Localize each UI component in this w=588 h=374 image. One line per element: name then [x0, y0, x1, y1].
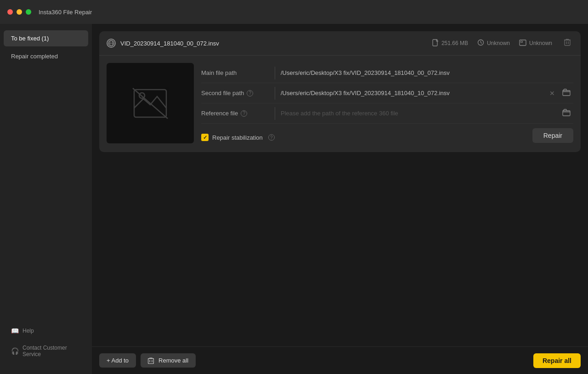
- reference-file-row: Reference file ?: [201, 103, 573, 124]
- second-file-path-input[interactable]: [281, 90, 545, 96]
- second-file-path-help-icon[interactable]: ?: [247, 90, 253, 96]
- file-size-meta: 251.66 MB: [432, 39, 468, 48]
- svg-rect-18: [148, 359, 154, 364]
- reference-file-label: Reference file ?: [201, 110, 275, 117]
- file-thumbnail: [107, 63, 194, 143]
- file-card-body: Main file path /Users/eric/Desktop/X3 fi…: [99, 56, 581, 152]
- main-content: VID_20230914_181040_00_072.insv 251.66 M…: [92, 24, 588, 374]
- resolution-meta: Unknown: [519, 40, 552, 47]
- sidebar-item-contact[interactable]: 🎧 Contact Customer Service: [4, 340, 88, 362]
- stabilization-label: Repair stabilization: [212, 134, 263, 141]
- field-divider-3: [275, 107, 275, 120]
- help-icon: 📖: [11, 327, 19, 334]
- stabilization-row: ✓ Repair stabilization ?: [201, 128, 275, 143]
- svg-rect-8: [520, 41, 522, 42]
- file-fields: Main file path /Users/eric/Desktop/X3 fi…: [201, 56, 581, 152]
- resolution-icon: [519, 40, 526, 47]
- sidebar: To be fixed (1) Repair completed 📖 Help …: [0, 24, 92, 374]
- stabilization-help-icon[interactable]: ?: [268, 134, 275, 141]
- reference-file-browse-button[interactable]: [560, 108, 573, 119]
- file-meta: 251.66 MB Unknown: [432, 38, 573, 49]
- bottom-bar: + Add to Remove all Repair all: [92, 346, 588, 374]
- bottom-row: ✓ Repair stabilization ? Repair: [201, 124, 573, 145]
- reference-file-input[interactable]: [281, 110, 557, 117]
- minimize-button[interactable]: [17, 9, 22, 15]
- resolution-value: Unknown: [529, 40, 552, 46]
- svg-rect-16: [563, 91, 570, 96]
- field-divider: [275, 67, 275, 79]
- globe-icon: [107, 39, 116, 48]
- sidebar-item-repair-completed[interactable]: Repair completed: [4, 48, 88, 64]
- field-divider-2: [275, 87, 275, 100]
- svg-rect-9: [565, 40, 570, 45]
- sidebar-item-to-be-fixed[interactable]: To be fixed (1): [4, 30, 88, 46]
- repair-button[interactable]: Repair: [532, 128, 573, 143]
- svg-rect-17: [563, 111, 570, 116]
- second-file-path-row: Second file path ? ✕: [201, 83, 573, 103]
- reference-file-help-icon[interactable]: ?: [241, 110, 247, 117]
- sidebar-item-help[interactable]: 📖 Help: [4, 323, 88, 339]
- file-size-value: 251.66 MB: [441, 40, 468, 46]
- stabilization-checkbox[interactable]: ✓: [201, 134, 209, 141]
- second-file-path-clear-button[interactable]: ✕: [548, 89, 557, 98]
- sidebar-bottom: 📖 Help 🎧 Contact Customer Service: [0, 322, 92, 368]
- file-card-header: VID_20230914_181040_00_072.insv 251.66 M…: [99, 31, 581, 56]
- titlebar: Insta360 File Repair: [0, 0, 588, 24]
- main-file-path-label: Main file path: [201, 69, 275, 76]
- second-file-path-input-row: ✕: [281, 88, 573, 98]
- svg-rect-7: [520, 40, 526, 45]
- svg-line-6: [481, 43, 482, 44]
- trash-icon: [148, 357, 156, 364]
- reference-file-input-row: [281, 108, 573, 119]
- app-title: Insta360 File Repair: [39, 9, 92, 16]
- headset-icon: 🎧: [11, 347, 19, 355]
- second-file-path-browse-button[interactable]: [560, 88, 573, 98]
- duration-meta: Unknown: [477, 39, 510, 47]
- maximize-button[interactable]: [26, 9, 31, 15]
- check-mark: ✓: [203, 135, 207, 141]
- repair-all-button[interactable]: Repair all: [533, 353, 581, 368]
- delete-file-button[interactable]: [561, 38, 573, 49]
- filename: VID_20230914_181040_00_072.insv: [120, 40, 428, 47]
- close-button[interactable]: [7, 9, 13, 15]
- file-size-icon: [432, 39, 439, 48]
- remove-all-button[interactable]: Remove all: [141, 353, 196, 368]
- broken-image-icon: [132, 87, 169, 119]
- file-card: VID_20230914_181040_00_072.insv 251.66 M…: [99, 31, 581, 152]
- window-controls: [7, 9, 31, 15]
- duration-value: Unknown: [487, 40, 510, 46]
- main-file-path-row: Main file path /Users/eric/Desktop/X3 fi…: [201, 63, 573, 83]
- second-file-path-label: Second file path ?: [201, 90, 275, 96]
- add-to-button[interactable]: + Add to: [99, 353, 136, 368]
- clock-icon: [477, 39, 484, 47]
- main-file-path-value: /Users/eric/Desktop/X3 fix/VID_20230914_…: [281, 69, 573, 76]
